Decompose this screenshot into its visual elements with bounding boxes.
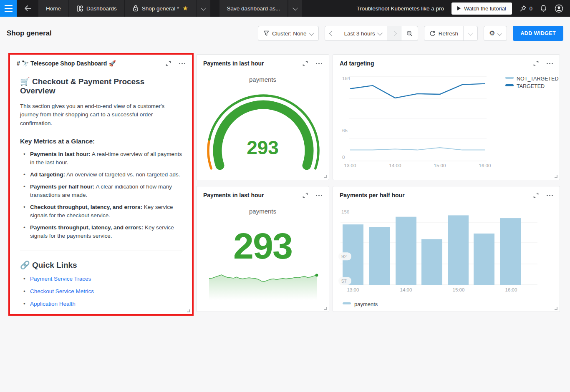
refresh-options-chevron[interactable] (463, 26, 477, 40)
save-options-chevron[interactable] (288, 0, 302, 17)
bar-chart: 156925713:0014:0015:0016:00payments (333, 186, 560, 312)
bar[interactable] (448, 215, 469, 285)
legend-item[interactable]: payments (343, 301, 378, 307)
chevron-down-icon (201, 5, 206, 10)
time-range-label: Last 3 hours (344, 30, 375, 37)
widget-header: # 🔭 Telescope Shop Dashboard 🚀 (10, 55, 192, 70)
resize-handle[interactable] (187, 309, 190, 312)
refresh-button[interactable]: Refresh (424, 26, 463, 40)
favorite-star-icon[interactable]: ★ (182, 5, 188, 12)
pinned-items-button[interactable]: 0 (520, 5, 532, 12)
chevron-down-icon (309, 30, 314, 35)
resize-handle[interactable] (324, 175, 327, 178)
md-heading: 🛒 Checkout & Payment Process Overview (20, 77, 182, 95)
legend-item[interactable]: TARGETED (505, 83, 545, 89)
metric-item: Checkout throughput, latency, and errors… (23, 203, 182, 220)
svg-text:NOT_TARGETED: NOT_TARGETED (517, 76, 558, 82)
quick-link-item: Infrastructure Health (23, 312, 182, 314)
bar[interactable] (369, 227, 390, 285)
app-root: Home Dashboards Shop general * ★ (0, 0, 570, 392)
filter-funnel-icon (263, 30, 269, 36)
promo-text: Troubleshoot Kubernetes like a pro (356, 5, 444, 12)
page-title: Shop general (7, 29, 52, 38)
refresh-label: Refresh (439, 30, 458, 37)
number-widget: Payments in last hour payments 293 (196, 186, 329, 312)
svg-text:14:00: 14:00 (400, 287, 412, 292)
time-range-button[interactable]: Last 3 hours (339, 26, 387, 40)
svg-text:65: 65 (342, 128, 348, 133)
chevron-down-icon (498, 31, 502, 36)
svg-text:16:00: 16:00 (505, 287, 517, 292)
chevron-right-icon (391, 31, 397, 36)
quick-link[interactable]: Infrastructure Health (30, 313, 81, 314)
tab-dashboards[interactable]: Dashboards (69, 0, 124, 17)
hamburger-menu-icon[interactable] (0, 0, 17, 17)
markdown-widget: # 🔭 Telescope Shop Dashboard 🚀 🛒 Checkou… (10, 55, 192, 314)
quick-link-item: Payment Service Traces (23, 275, 182, 283)
pin-icon (520, 5, 527, 12)
quick-link-item: Application Health (23, 300, 182, 308)
metric-item: Payments throughput, latency, and errors… (23, 224, 182, 240)
tab-home[interactable]: Home (38, 0, 68, 17)
gauge-value: 293 (197, 136, 329, 159)
widget-actions (165, 60, 185, 67)
user-menu-button[interactable] (555, 4, 563, 13)
bar[interactable] (474, 234, 494, 285)
gear-icon: ⚙ (489, 30, 495, 37)
time-range-group: Last 3 hours (325, 26, 418, 41)
divider (20, 251, 182, 251)
cluster-filter-label: Cluster: None (272, 30, 307, 37)
sparkline-chart (197, 186, 330, 312)
settings-group: ⚙ (484, 26, 507, 41)
tab-options-chevron[interactable] (197, 0, 210, 17)
bell-icon (540, 5, 547, 12)
quick-link[interactable]: Checkout Service Metrics (30, 288, 94, 294)
chevron-left-icon (329, 31, 335, 36)
legend-item[interactable]: NOT_TARGETED (505, 76, 558, 82)
quick-link[interactable]: Payment Service Traces (30, 276, 91, 282)
svg-text:13:00: 13:00 (344, 163, 356, 168)
lock-open-icon (133, 5, 139, 12)
bar[interactable] (396, 217, 416, 285)
resize-handle[interactable] (324, 307, 327, 310)
metric-item: Payments in last hour: A real-time overv… (23, 150, 182, 167)
metrics-list: Payments in last hour: A real-time overv… (23, 150, 182, 240)
widget-menu-icon[interactable] (179, 61, 185, 66)
nav-tabs: Home Dashboards Shop general * ★ (38, 0, 302, 17)
line-chart: 18465013:0014:0015:0016:00NOT_TARGETEDTA… (333, 55, 560, 181)
zoom-out-icon (406, 30, 413, 37)
svg-text:14:00: 14:00 (389, 163, 401, 168)
tab-shop-general[interactable]: Shop general * ★ (125, 0, 196, 17)
resize-handle[interactable] (555, 175, 557, 178)
time-forward-button[interactable] (387, 26, 401, 40)
dashboard-settings-button[interactable]: ⚙ (484, 26, 507, 40)
bar-chart-widget: Payments per half hour 156925713:0014:00… (333, 186, 560, 312)
quick-link[interactable]: Application Health (30, 301, 76, 307)
zoom-out-button[interactable] (401, 26, 418, 40)
back-button[interactable] (17, 0, 38, 17)
md-intro: This section gives you an end-to-end vie… (20, 102, 182, 128)
expand-icon[interactable] (165, 60, 172, 67)
watch-tutorial-button[interactable]: Watch the tutorial (451, 3, 512, 15)
pin-count: 0 (530, 5, 532, 12)
metric-item: Ad targeting: An overview of targeted vs… (23, 171, 182, 179)
widget-title: # 🔭 Telescope Shop Dashboard 🚀 (17, 60, 116, 67)
resize-handle[interactable] (555, 307, 557, 310)
time-back-button[interactable] (325, 26, 339, 40)
cluster-filter-group: Cluster: None (258, 26, 319, 41)
svg-text:TARGETED: TARGETED (517, 83, 545, 89)
cluster-filter-button[interactable]: Cluster: None (258, 26, 318, 40)
save-dashboard-as-label: Save dashboard as... (227, 5, 280, 12)
gauge-chart (197, 55, 330, 181)
save-dashboard-as-button[interactable]: Save dashboard as... (219, 0, 288, 17)
bar[interactable] (500, 218, 521, 285)
play-icon (457, 6, 461, 10)
svg-text:16:00: 16:00 (479, 163, 491, 168)
add-widget-button[interactable]: ADD WIDGET (513, 26, 563, 41)
bar[interactable] (421, 239, 442, 285)
svg-text:156: 156 (341, 209, 349, 214)
quick-links-list: Payment Service TracesCheckout Service M… (23, 275, 182, 314)
navbar-right: Troubleshoot Kubernetes like a pro Watch… (356, 0, 570, 17)
svg-text:payments: payments (354, 301, 378, 307)
notifications-button[interactable] (540, 5, 547, 12)
